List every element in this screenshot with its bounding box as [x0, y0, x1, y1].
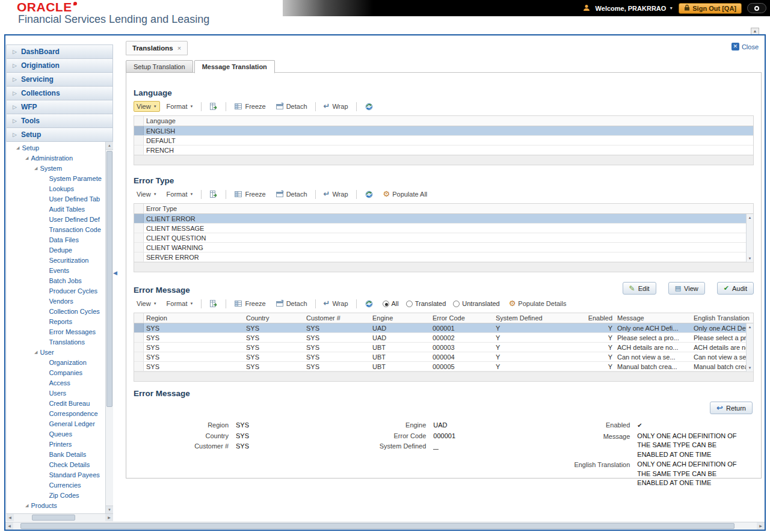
scrollbar-track[interactable] — [14, 514, 105, 521]
expand-icon[interactable]: ◢ — [34, 350, 37, 355]
row-gutter[interactable] — [134, 145, 144, 154]
error-type-table-header[interactable]: Error Type — [134, 204, 753, 214]
table-row[interactable]: CLIENT WARNING — [134, 243, 753, 252]
tree-item[interactable]: ◢ Credit Bureau — [7, 398, 105, 408]
tree-item[interactable]: ◢ Data Files — [7, 234, 105, 245]
view-button[interactable]: ▤View — [668, 282, 705, 295]
expand-icon[interactable]: ◢ — [34, 166, 37, 171]
english-translation-cell[interactable]: ACH details are no... — [691, 343, 753, 352]
sidebar-accordion-item[interactable]: ▷ WFP — [6, 100, 113, 114]
sidebar-accordion-item[interactable]: ▷ Servicing — [6, 72, 113, 87]
enabled-cell[interactable]: Y — [555, 334, 615, 342]
tree-item[interactable]: ◢ Batch Jobs — [7, 275, 105, 286]
tree-item[interactable]: ◢ Correspondence — [7, 408, 105, 418]
tree-item[interactable]: ◢ Products — [7, 500, 105, 510]
view-menu-button[interactable]: View▼ — [134, 298, 160, 309]
tree-item[interactable]: ◢ System Paramete — [7, 173, 105, 183]
system-defined-cell[interactable]: Y — [493, 343, 555, 352]
scroll-left-icon[interactable]: ◀ — [6, 514, 14, 521]
enabled-cell[interactable]: Y — [555, 343, 615, 352]
error-type-cell[interactable]: CLIENT ERROR — [144, 215, 753, 223]
scrollbar-thumb[interactable] — [32, 515, 75, 521]
sidebar-accordion-item[interactable]: ▷ Setup — [6, 127, 113, 142]
tab-close-icon[interactable]: × — [177, 44, 181, 52]
customer-cell[interactable]: SYS — [304, 324, 370, 332]
row-gutter[interactable] — [134, 136, 144, 145]
expand-icon[interactable]: ◢ — [25, 503, 28, 508]
tree-item[interactable]: ◢ Collection Cycles — [7, 306, 105, 316]
engine-cell[interactable]: UBT — [370, 353, 430, 361]
table-row[interactable]: SYS SYS SYS UBT 000003 Y Y ACH details a… — [134, 343, 753, 352]
error-type-cell[interactable]: CLIENT QUESTION — [144, 234, 753, 242]
tree-item[interactable]: ◢ Printers — [7, 439, 105, 449]
tree-scrollbar[interactable]: ▲ ▼ — [105, 142, 113, 513]
refresh-button[interactable] — [362, 100, 377, 113]
scroll-down-icon[interactable]: ▼ — [106, 506, 113, 513]
tree-item[interactable]: ◢ User — [7, 347, 105, 357]
tree-item[interactable]: ◢ General Ledger — [7, 418, 105, 429]
detach-button[interactable]: Detach — [273, 188, 310, 200]
language-cell[interactable]: DEFAULT — [144, 136, 753, 145]
scroll-left-icon[interactable]: ◀ — [5, 522, 13, 530]
format-menu-button[interactable]: Format▼ — [164, 101, 197, 112]
column-header-english-translation[interactable]: English Translation — [691, 314, 753, 322]
export-to-excel-button[interactable] — [206, 188, 221, 200]
filter-radio[interactable]: Translated — [406, 300, 446, 307]
sidebar-accordion-item[interactable]: ▷ Tools — [6, 114, 113, 128]
format-menu-button[interactable]: Format▼ — [164, 189, 197, 200]
error-type-cell[interactable]: CLIENT MESSAGE — [144, 224, 753, 233]
tree-item[interactable]: ◢ Organization — [7, 357, 105, 367]
tree-item[interactable]: ◢ Access — [7, 378, 105, 388]
error-type-cell[interactable]: CLIENT WARNING — [144, 243, 753, 252]
error-code-cell[interactable]: 000005 — [430, 362, 493, 371]
tree-item[interactable]: ◢ Reports — [7, 316, 105, 326]
refresh-button[interactable] — [362, 298, 377, 310]
engine-cell[interactable]: UBT — [370, 343, 430, 352]
column-header-language[interactable]: Language — [144, 117, 753, 125]
tree-item[interactable]: ◢ Setup — [7, 142, 105, 153]
language-cell[interactable]: FRENCH — [144, 146, 753, 154]
row-gutter[interactable] — [134, 333, 144, 342]
table-scrollbar[interactable]: ▲▼ — [746, 323, 753, 371]
scrollbar-thumb[interactable] — [20, 523, 735, 529]
customer-cell[interactable]: SYS — [304, 334, 370, 342]
edit-button[interactable]: ✎Edit — [623, 282, 656, 295]
tree-item[interactable]: ◢ Zip Codes — [7, 490, 105, 500]
tree-item[interactable]: ◢ Check Details — [7, 459, 105, 469]
message-cell[interactable]: Only one ACH Defi... — [615, 324, 691, 332]
scroll-down-icon[interactable]: ▼ — [748, 366, 752, 370]
row-gutter[interactable] — [134, 214, 144, 223]
tree-item[interactable]: ◢ Currencies — [7, 480, 105, 490]
engine-cell[interactable]: UAD — [370, 324, 430, 332]
column-header-message[interactable]: Message — [615, 314, 691, 322]
expand-icon[interactable]: ◢ — [16, 145, 19, 150]
power-button[interactable] — [747, 3, 766, 13]
language-table-header[interactable]: Language — [134, 116, 753, 126]
tree-item[interactable]: ◢ Securitization — [7, 255, 105, 265]
export-to-excel-button[interactable] — [206, 100, 221, 112]
sidebar-splitter[interactable]: ◀ — [113, 35, 117, 530]
table-row[interactable]: SYS SYS SYS UBT 000004 Y Y Can not view … — [134, 352, 753, 362]
message-cell[interactable]: Please select a pro... — [615, 334, 691, 342]
wrap-button[interactable]: ↵Wrap — [321, 101, 351, 112]
table-row[interactable]: CLIENT MESSAGE — [134, 224, 753, 233]
error-code-cell[interactable]: 000002 — [430, 334, 493, 342]
tree-item[interactable]: ◢ User Defined Tab — [7, 194, 105, 204]
column-header-region[interactable]: Region — [144, 314, 244, 322]
populate-details-button[interactable]: ⚙Populate Details — [506, 298, 570, 309]
row-gutter[interactable] — [134, 343, 144, 352]
table-row[interactable]: CLIENT ERROR — [134, 214, 753, 224]
system-defined-cell[interactable]: Y — [493, 353, 555, 361]
freeze-button[interactable]: Freeze — [231, 100, 268, 112]
region-cell[interactable]: SYS — [144, 334, 244, 342]
english-translation-cell[interactable]: Can not view a se... — [691, 353, 753, 361]
table-row[interactable]: FRENCH — [134, 145, 753, 155]
customer-cell[interactable]: SYS — [304, 353, 370, 361]
tree-item[interactable]: ◢ Error Messages — [7, 326, 105, 337]
error-type-cell[interactable]: SERVER ERROR — [144, 253, 753, 261]
tree-item[interactable]: ◢ Queues — [7, 429, 105, 439]
scroll-down-icon[interactable]: ▼ — [748, 257, 752, 260]
view-menu-button[interactable]: View▼ — [134, 189, 160, 200]
filter-radio[interactable]: All — [383, 300, 399, 307]
tree-item[interactable]: ◢ Transaction Code — [7, 224, 105, 234]
